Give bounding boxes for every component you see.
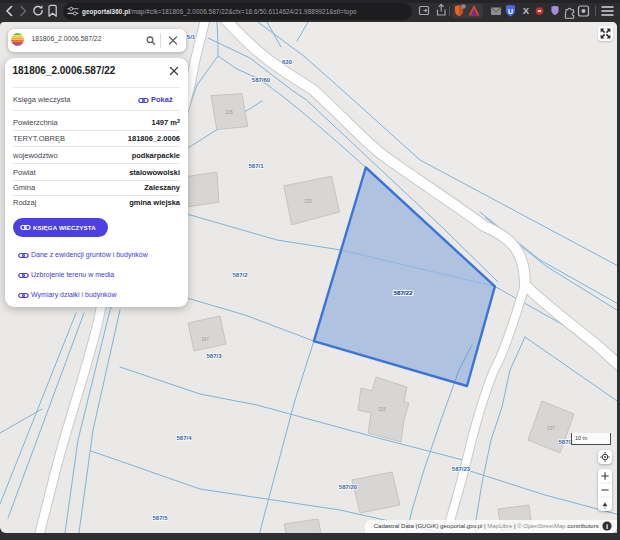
svg-text:587/22: 587/22 [394, 289, 413, 296]
svg-text:587/1: 587/1 [248, 163, 264, 169]
svg-text:587/20: 587/20 [339, 484, 358, 490]
svg-text:167: 167 [201, 337, 209, 342]
svg-text:630: 630 [282, 59, 293, 65]
svg-text:587/5: 587/5 [152, 515, 168, 521]
svg-text:X: X [523, 5, 530, 16]
svg-text:135: 135 [304, 199, 312, 204]
svg-text:237: 237 [547, 426, 555, 431]
svg-text:587/3: 587/3 [206, 353, 222, 359]
svg-text:i: i [606, 522, 608, 531]
svg-text:315: 315 [378, 407, 386, 412]
svg-text:5/1: 5/1 [187, 34, 196, 40]
svg-text:587/4: 587/4 [176, 435, 192, 441]
svg-text:587/23: 587/23 [452, 466, 471, 472]
svg-text:587/60: 587/60 [252, 77, 271, 83]
svg-text:U: U [508, 8, 513, 15]
svg-text:587/2: 587/2 [232, 272, 248, 278]
svg-text:105: 105 [225, 110, 233, 115]
